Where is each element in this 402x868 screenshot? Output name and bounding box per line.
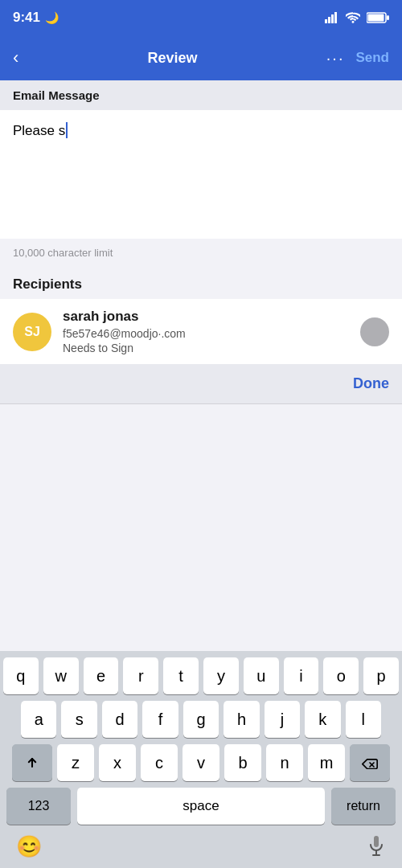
keyboard-extras: 😊 [3, 831, 399, 865]
return-label: return [347, 799, 380, 813]
recipient-role: Needs to Sign [63, 342, 349, 354]
svg-rect-3 [334, 12, 337, 23]
recipient-action-dot[interactable] [360, 317, 389, 346]
email-body[interactable]: Please s [0, 110, 402, 239]
svg-rect-2 [331, 14, 334, 23]
svg-rect-5 [368, 14, 384, 22]
wifi-icon [346, 12, 360, 23]
nav-bar: ‹ Review ··· Send [0, 35, 402, 80]
status-time: 9:41 🌙 [13, 10, 59, 26]
status-bar: 9:41 🌙 [0, 0, 402, 35]
key-u[interactable]: u [244, 657, 279, 694]
key-b[interactable]: b [224, 744, 261, 781]
key-x[interactable]: x [99, 744, 136, 781]
more-button[interactable]: ··· [326, 49, 345, 68]
space-key[interactable]: space [77, 788, 325, 825]
recipient-card: SJ sarah jonas f5e57e46@moodjo·.com Need… [0, 299, 402, 364]
key-d[interactable]: d [102, 701, 137, 738]
key-k[interactable]: k [305, 701, 340, 738]
shift-key[interactable] [12, 744, 52, 781]
keyboard-row-1: q w e r t y u i o p [3, 657, 399, 694]
back-icon: ‹ [13, 47, 18, 68]
key-r[interactable]: r [123, 657, 158, 694]
svg-rect-1 [328, 17, 330, 23]
time-label: 9:41 [13, 10, 40, 26]
key-h[interactable]: h [224, 701, 259, 738]
text-cursor [66, 122, 68, 138]
keyboard-row-3: z x c v b n m [3, 744, 399, 781]
backspace-icon [362, 756, 378, 769]
email-body-text: Please s [13, 123, 68, 138]
numbers-label: 123 [28, 799, 50, 813]
key-o[interactable]: o [323, 657, 359, 694]
mic-button[interactable] [363, 831, 389, 865]
svg-rect-0 [325, 19, 327, 23]
email-text-content: Please s [13, 123, 65, 138]
numbers-key[interactable]: 123 [6, 788, 71, 825]
status-icons [325, 12, 389, 23]
back-button[interactable]: ‹ [13, 47, 18, 68]
key-a[interactable]: a [21, 701, 56, 738]
key-j[interactable]: j [265, 701, 300, 738]
moon-icon: 🌙 [45, 11, 59, 24]
key-q[interactable]: q [3, 657, 39, 694]
recipient-email: f5e57e46@moodjo·.com [63, 327, 349, 340]
key-g[interactable]: g [183, 701, 219, 738]
signal-icon [325, 12, 339, 23]
battery-icon [367, 12, 389, 23]
emoji-button[interactable]: 😊 [13, 831, 45, 865]
avatar-initials: SJ [24, 325, 40, 339]
key-p[interactable]: p [363, 657, 399, 694]
recipients-label: Recipients [0, 267, 402, 299]
key-i[interactable]: i [284, 657, 319, 694]
nav-title: Review [18, 50, 326, 67]
keyboard: q w e r t y u i o p a s d f g h j k l z … [0, 651, 402, 868]
keyboard-row-2: a s d f g h j k l [3, 701, 399, 738]
send-button[interactable]: Send [355, 50, 389, 66]
key-e[interactable]: e [84, 657, 119, 694]
key-n[interactable]: n [266, 744, 303, 781]
key-w[interactable]: w [43, 657, 79, 694]
avatar: SJ [13, 313, 51, 351]
nav-actions: ··· Send [326, 49, 389, 68]
done-button[interactable]: Done [353, 375, 389, 391]
svg-rect-10 [374, 836, 379, 847]
char-limit-label: 10,000 character limit [0, 239, 402, 267]
recipient-name: sarah jonas [63, 309, 349, 325]
shift-icon [24, 755, 40, 771]
key-z[interactable]: z [57, 744, 94, 781]
key-y[interactable]: y [203, 657, 239, 694]
mic-icon [367, 834, 386, 858]
email-section-header: Email Message [0, 80, 402, 110]
recipients-section: Recipients SJ sarah jonas f5e57e46@moodj… [0, 267, 402, 364]
backspace-key[interactable] [350, 744, 390, 781]
key-f[interactable]: f [142, 701, 178, 738]
space-label: space [183, 798, 219, 814]
key-t[interactable]: t [163, 657, 199, 694]
recipient-info: sarah jonas f5e57e46@moodjo·.com Needs t… [63, 309, 349, 354]
key-l[interactable]: l [346, 701, 381, 738]
done-bar: Done [0, 364, 402, 404]
keyboard-row-bottom: 123 space return [3, 788, 399, 825]
svg-rect-6 [387, 15, 389, 20]
key-m[interactable]: m [308, 744, 345, 781]
key-s[interactable]: s [61, 701, 96, 738]
return-key[interactable]: return [331, 788, 396, 825]
key-c[interactable]: c [141, 744, 178, 781]
key-v[interactable]: v [183, 744, 219, 781]
